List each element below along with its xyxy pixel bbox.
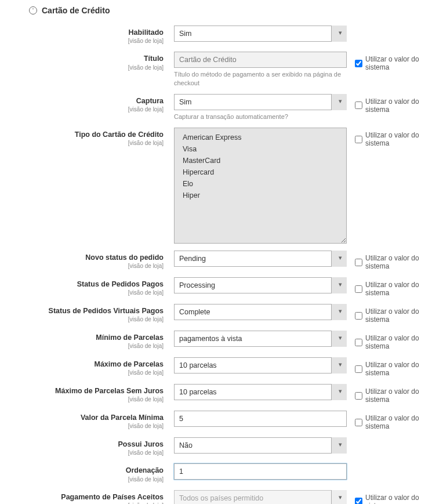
select-paidstatus[interactable]: Processing xyxy=(174,277,347,293)
sysval-checkbox-newstatus[interactable] xyxy=(355,259,362,266)
label-maxinstall-nofee: Máximo de Parcelas Sem Juros xyxy=(12,386,164,396)
multiselect-cctypes[interactable]: American Express Visa MasterCard Hiperca… xyxy=(174,128,347,244)
sysval-checkbox-maxinstall[interactable] xyxy=(355,365,362,373)
sysval-checkbox-mininstall-value[interactable] xyxy=(355,419,362,426)
row-paidstatus: Status de Pedidos Pagos [visão de loja] … xyxy=(12,277,431,297)
label-paidstatus: Status de Pedidos Pagos xyxy=(12,280,164,289)
row-newstatus: Novo status do pedido [visão de loja] Pe… xyxy=(12,251,431,270)
sysval-checkbox-title[interactable] xyxy=(355,60,362,67)
scope-paidstatus: [visão de loja] xyxy=(12,289,164,296)
cctype-item[interactable]: Elo xyxy=(175,178,346,190)
scope-newstatus: [visão de loja] xyxy=(12,262,164,270)
scope-cctypes: [visão de loja] xyxy=(12,139,164,147)
hint-capture: Capturar a transação automaticamente? xyxy=(174,113,347,121)
label-hasfee: Possui Juros xyxy=(12,440,164,449)
select-maxinstall[interactable]: 10 parcelas xyxy=(174,357,347,374)
row-virtualstatus: Status de Pedidos Virtuais Pagos [visão … xyxy=(12,304,431,324)
section-title: Cartão de Crédito xyxy=(42,6,110,15)
cctype-item[interactable]: Visa xyxy=(175,143,346,155)
row-sort: Ordenação [visão de loja] xyxy=(12,463,431,483)
sysval-label-maxinstall: Utilizar o valor do sistema xyxy=(365,361,431,377)
label-countries: Pagamento de Países Aceitos xyxy=(12,492,164,502)
scope-hasfee: [visão de loja] xyxy=(12,449,164,456)
select-hasfee[interactable]: Não xyxy=(174,437,347,454)
cctype-item[interactable]: Hiper xyxy=(175,190,346,201)
sysval-checkbox-mininstall[interactable] xyxy=(355,339,362,346)
select-mininstall[interactable]: pagamentos à vista xyxy=(174,331,347,347)
label-sort: Ordenação xyxy=(12,466,164,475)
sysval-label-virtualstatus: Utilizar o valor do sistema xyxy=(365,307,431,324)
scope-countries: [visão de loja] xyxy=(12,502,164,504)
row-title: Título [visão de loja] Título do método … xyxy=(12,52,431,87)
sysval-checkbox-capture[interactable] xyxy=(355,101,362,109)
input-sort[interactable] xyxy=(174,463,347,480)
sysval-label-countries: Utilizar o valor do sistema xyxy=(365,494,431,504)
select-countries[interactable]: Todos os países permitido xyxy=(174,490,347,504)
sysval-checkbox-paidstatus[interactable] xyxy=(355,285,362,293)
label-maxinstall: Máximo de Parcelas xyxy=(12,360,164,369)
input-title[interactable] xyxy=(174,52,347,68)
sysval-label-cctypes: Utilizar o valor do sistema xyxy=(365,131,431,147)
cctype-item[interactable]: Hipercard xyxy=(175,166,346,178)
scope-maxinstall-nofee: [visão de loja] xyxy=(12,396,164,403)
hint-title: Título do método de pagamento a ser exib… xyxy=(174,70,347,87)
row-maxinstall-nofee: Máximo de Parcelas Sem Juros [visão de l… xyxy=(12,384,431,404)
row-hasfee: Possui Juros [visão de loja] Não xyxy=(12,437,431,456)
row-enabled: Habilitado [visão de loja] Sim xyxy=(12,26,431,45)
section-header[interactable]: ˆ Cartão de Crédito xyxy=(12,6,431,15)
label-title: Título xyxy=(12,54,164,63)
row-countries: Pagamento de Países Aceitos [visão de lo… xyxy=(12,490,431,504)
scope-maxinstall: [visão de loja] xyxy=(12,369,164,376)
row-capture: Captura [visão de loja] Sim Capturar a t… xyxy=(12,94,431,121)
scope-title: [visão de loja] xyxy=(12,64,164,71)
select-newstatus[interactable]: Pending xyxy=(174,251,347,267)
sysval-checkbox-virtualstatus[interactable] xyxy=(355,312,362,320)
label-virtualstatus: Status de Pedidos Virtuais Pagos xyxy=(12,306,164,316)
sysval-checkbox-countries[interactable] xyxy=(355,498,362,504)
label-enabled: Habilitado xyxy=(12,28,164,37)
cctype-item[interactable]: American Express xyxy=(175,132,346,143)
row-cctypes: Tipo do Cartão de Crédito [visão de loja… xyxy=(12,128,431,244)
sysval-checkbox-cctypes[interactable] xyxy=(355,136,362,143)
sysval-label-mininstall: Utilizar o valor do sistema xyxy=(365,334,431,350)
sysval-label-title: Utilizar o valor do sistema xyxy=(365,55,431,71)
select-virtualstatus[interactable]: Complete xyxy=(174,304,347,320)
sysval-label-capture: Utilizar o valor do sistema xyxy=(365,97,431,114)
sysval-label-maxinstall-nofee: Utilizar o valor do sistema xyxy=(365,387,431,404)
sysval-label-paidstatus: Utilizar o valor do sistema xyxy=(365,281,431,297)
scope-virtualstatus: [visão de loja] xyxy=(12,316,164,323)
select-capture[interactable]: Sim xyxy=(174,94,347,110)
scope-sort: [visão de loja] xyxy=(12,476,164,483)
row-maxinstall: Máximo de Parcelas [visão de loja] 10 pa… xyxy=(12,357,431,377)
label-mininstall-value: Valor da Parcela Mínima xyxy=(12,413,164,422)
input-mininstall-value[interactable] xyxy=(174,411,347,427)
scope-capture: [visão de loja] xyxy=(12,106,164,113)
sysval-label-newstatus: Utilizar o valor do sistema xyxy=(365,254,431,270)
select-maxinstall-nofee[interactable]: 10 parcelas xyxy=(174,384,347,400)
label-mininstall: Mínimo de Parcelas xyxy=(12,333,164,342)
label-cctypes: Tipo do Cartão de Crédito xyxy=(12,130,164,139)
select-enabled[interactable]: Sim xyxy=(174,26,347,42)
collapse-icon: ˆ xyxy=(29,6,37,14)
sysval-checkbox-maxinstall-nofee[interactable] xyxy=(355,392,362,400)
scope-enabled: [visão de loja] xyxy=(12,37,164,45)
cctype-item[interactable]: MasterCard xyxy=(175,155,346,166)
row-mininstall-value: Valor da Parcela Mínima [visão de loja] … xyxy=(12,411,431,430)
scope-mininstall-value: [visão de loja] xyxy=(12,422,164,430)
scope-mininstall: [visão de loja] xyxy=(12,342,164,350)
sysval-label-mininstall-value: Utilizar o valor do sistema xyxy=(365,414,431,430)
row-mininstall: Mínimo de Parcelas [visão de loja] pagam… xyxy=(12,331,431,350)
label-capture: Captura xyxy=(12,96,164,106)
label-newstatus: Novo status do pedido xyxy=(12,253,164,262)
